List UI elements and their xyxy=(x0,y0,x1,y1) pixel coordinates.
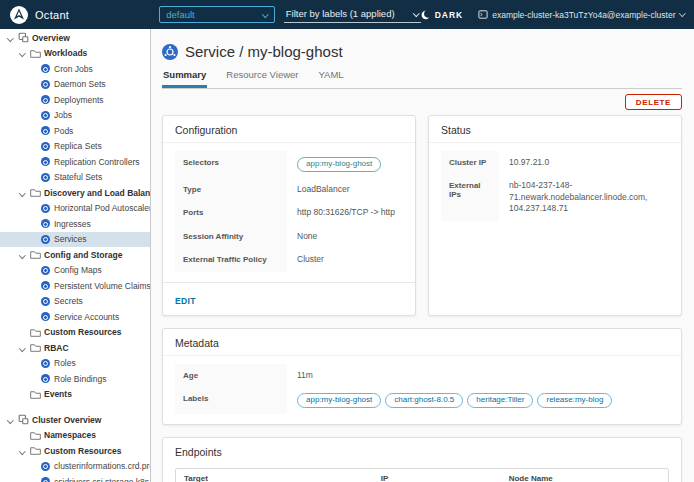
namespace-select[interactable]: default xyxy=(159,6,275,23)
sidebar-item-horizontal-pod-autoscalers[interactable]: Horizontal Pod Autoscalers xyxy=(0,201,150,217)
delete-button[interactable]: DELETE xyxy=(625,94,682,110)
sidebar-item-replica-sets[interactable]: Replica Sets xyxy=(0,139,150,155)
sidebar-item-daemon-sets[interactable]: Daemon Sets xyxy=(0,77,150,93)
sidebar-item-services[interactable]: Services xyxy=(0,232,150,248)
resource-icon xyxy=(41,477,50,482)
resource-icon xyxy=(41,359,50,368)
sidebar-item-label: Persistent Volume Claims xyxy=(54,281,150,291)
sidebar-item-cron-jobs[interactable]: Cron Jobs xyxy=(0,61,150,77)
label-tag[interactable]: release:my-blog xyxy=(537,393,612,408)
metadata-card-title: Metadata xyxy=(163,329,681,356)
tab-bar: Summary Resource Viewer YAML xyxy=(162,69,682,89)
resource-icon xyxy=(41,64,50,73)
sidebar-item-crd-clusterinformations[interactable]: clusterinformations.crd.projec xyxy=(0,459,150,475)
resource-icon xyxy=(41,462,50,471)
session-affinity-value: None xyxy=(287,225,403,248)
sidebar-item-deployments[interactable]: Deployments xyxy=(0,92,150,108)
sidebar-item-service-accounts[interactable]: Service Accounts xyxy=(0,309,150,325)
sidebar-item-label: Services xyxy=(54,234,87,244)
status-card-title: Status xyxy=(429,116,681,143)
sidebar-item-label: Roles xyxy=(54,358,76,368)
sidebar-item-label: Service Accounts xyxy=(54,312,119,322)
sidebar-item-roles[interactable]: Roles xyxy=(0,356,150,372)
resource-icon xyxy=(41,235,50,244)
configuration-card-title: Configuration xyxy=(163,116,415,143)
sidebar-item-label: Stateful Sets xyxy=(54,172,102,182)
column-node-name: Node Name xyxy=(501,469,668,482)
selector-tag[interactable]: app:my-blog-ghost xyxy=(297,157,381,172)
sidebar-item-persistent-volume-claims[interactable]: Persistent Volume Claims xyxy=(0,278,150,294)
sidebar-item-label: Workloads xyxy=(44,48,87,58)
resource-icon xyxy=(41,374,50,383)
sidebar-item-label: Config and Storage xyxy=(44,250,122,260)
sidebar-item-discovery-and-load-balancing[interactable]: Discovery and Load Balancing xyxy=(0,185,150,201)
sidebar-item-cluster-custom-resources[interactable]: Custom Resources xyxy=(0,443,150,459)
sidebar-item-label: RBAC xyxy=(44,343,69,353)
sidebar-item-label: Namespaces xyxy=(44,430,96,440)
sidebar-item-label: Horizontal Pod Autoscalers xyxy=(54,203,150,213)
sidebar-item-ingresses[interactable]: Ingresses xyxy=(0,216,150,232)
chevron-down-icon xyxy=(7,35,13,41)
endpoints-table: Target IP Node Name my-blog-ghost-77df85… xyxy=(175,468,669,482)
folder-icon xyxy=(28,328,42,337)
label-tag[interactable]: chart:ghost-8.0.5 xyxy=(385,393,463,408)
theme-toggle[interactable]: DARK xyxy=(421,10,464,20)
resource-icon xyxy=(41,157,50,166)
type-label: Type xyxy=(175,178,287,201)
chevron-down-icon xyxy=(19,448,25,454)
sidebar-item-label: Cluster Overview xyxy=(32,415,101,425)
octant-window: Octant default Filter by labels (1 appli… xyxy=(0,0,694,482)
sidebar-item-config-and-storage[interactable]: Config and Storage xyxy=(0,247,150,263)
sidebar-item-events[interactable]: Events xyxy=(0,387,150,403)
resource-icon xyxy=(41,204,50,213)
labels-label: Labels xyxy=(175,387,287,414)
sidebar-item-secrets[interactable]: Secrets xyxy=(0,294,150,310)
sidebar-item-label: Ingresses xyxy=(54,219,91,229)
resource-icon xyxy=(41,111,50,120)
cluster-context-label: example-cluster-ka3TuTzYo4a@example-clus… xyxy=(492,10,675,20)
sidebar-item-label: csidrivers.csi.storage.k8s.io xyxy=(54,477,150,482)
external-traffic-policy-value: Cluster xyxy=(287,248,403,271)
chevron-down-icon xyxy=(19,345,25,351)
sidebar-item-role-bindings[interactable]: Role Bindings xyxy=(0,371,150,387)
namespace-select-value: default xyxy=(166,9,195,20)
sidebar-item-jobs[interactable]: Jobs xyxy=(0,108,150,124)
sidebar-item-pods[interactable]: Pods xyxy=(0,123,150,139)
tab-yaml[interactable]: YAML xyxy=(317,69,344,88)
edit-link[interactable]: EDIT xyxy=(175,296,196,306)
top-bar: Octant default Filter by labels (1 appli… xyxy=(0,0,694,29)
sidebar-item-crd-csidrivers[interactable]: csidrivers.csi.storage.k8s.io xyxy=(0,474,150,482)
sidebar-item-custom-resources[interactable]: Custom Resources xyxy=(0,325,150,341)
label-tag[interactable]: heritage:Tiller xyxy=(467,393,533,408)
label-filter-input[interactable]: Filter by labels (1 applied) xyxy=(284,6,421,23)
external-ips-label: External IPs xyxy=(441,174,499,220)
folder-icon xyxy=(28,446,42,455)
sidebar-item-rbac[interactable]: RBAC xyxy=(0,340,150,356)
endpoints-card-title: Endpoints xyxy=(163,438,681,464)
sidebar-item-overview[interactable]: Overview xyxy=(0,30,150,46)
folder-icon xyxy=(28,49,42,58)
age-value: 11m xyxy=(287,364,669,387)
external-ips-value: nb-104-237-148-71.newark.nodebalancer.li… xyxy=(499,174,669,220)
app-title: Octant xyxy=(35,9,69,21)
cluster-ip-value: 10.97.21.0 xyxy=(499,151,669,174)
sidebar-item-workloads[interactable]: Workloads xyxy=(0,46,150,62)
sidebar-item-stateful-sets[interactable]: Stateful Sets xyxy=(0,170,150,186)
labels-value: app:my-blog-ghost chart:ghost-8.0.5 heri… xyxy=(287,387,669,414)
sidebar-item-replication-controllers[interactable]: Replication Controllers xyxy=(0,154,150,170)
sidebar-item-label: Events xyxy=(44,389,72,399)
page-header: Service / my-blog-ghost xyxy=(162,43,682,60)
cluster-context-dropdown[interactable]: example-cluster-ka3TuTzYo4a@example-clus… xyxy=(478,10,684,20)
label-tag[interactable]: app:my-blog-ghost xyxy=(297,393,381,408)
sidebar-item-label: Pods xyxy=(54,126,73,136)
sidebar-item-cluster-overview[interactable]: Cluster Overview xyxy=(0,412,150,428)
chevron-down-icon xyxy=(19,190,25,196)
tab-resource-viewer[interactable]: Resource Viewer xyxy=(225,69,299,88)
ports-value: http 80:31626/TCP -> http xyxy=(287,201,403,224)
resource-icon xyxy=(41,312,50,321)
sidebar-item-config-maps[interactable]: Config Maps xyxy=(0,263,150,279)
folder-icon xyxy=(28,250,42,259)
sidebar-item-namespaces[interactable]: Namespaces xyxy=(0,428,150,444)
top-bar-right: DARK example-cluster-ka3TuTzYo4a@example… xyxy=(421,10,684,20)
tab-summary[interactable]: Summary xyxy=(162,69,207,88)
